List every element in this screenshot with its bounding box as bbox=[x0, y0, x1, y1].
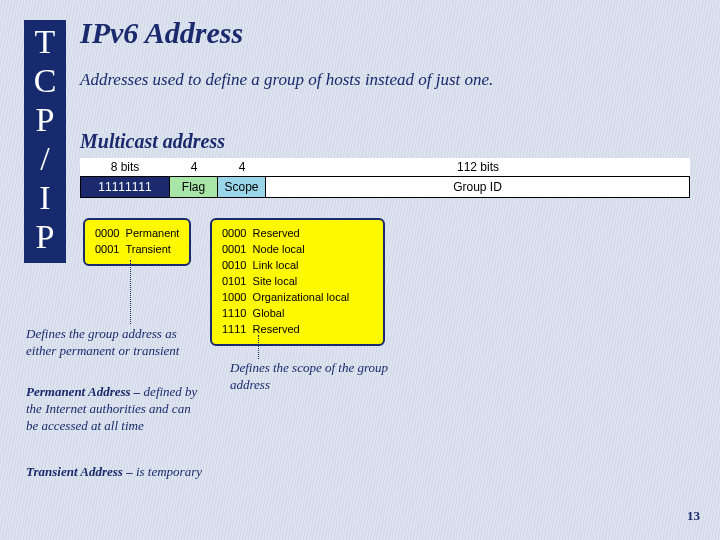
intro-text: Addresses used to define a group of host… bbox=[80, 70, 493, 90]
diagram-bit-labels: 8 bits 4 4 112 bits bbox=[80, 158, 690, 176]
sidebar-letter: / bbox=[24, 139, 66, 178]
note-permanent: Permanent Address – defined by the Inter… bbox=[26, 384, 206, 435]
note-group-definition: Defines the group address as either perm… bbox=[26, 326, 201, 360]
callout-row: 1000 Organizational local bbox=[222, 290, 373, 306]
note-permanent-label: Permanent Address – bbox=[26, 384, 140, 399]
bits-label: 112 bits bbox=[266, 158, 690, 176]
diagram-fields: 11111111 Flag Scope Group ID bbox=[80, 176, 690, 198]
callout-row: 0001 Transient bbox=[95, 242, 179, 258]
callout-row: 0001 Node local bbox=[222, 242, 373, 258]
sidebar-letter: P bbox=[24, 100, 66, 139]
note-transient-text: is temporary bbox=[133, 464, 202, 479]
sidebar-letter: P bbox=[24, 217, 66, 256]
section-heading: Multicast address bbox=[80, 130, 225, 153]
page-number: 13 bbox=[687, 508, 700, 524]
connector-line bbox=[258, 335, 259, 359]
callout-row: 0000 Permanent bbox=[95, 226, 179, 242]
field-flag: Flag bbox=[170, 177, 218, 197]
callout-row: 0010 Link local bbox=[222, 258, 373, 274]
note-transient: Transient Address – is temporary Dr. Cli… bbox=[26, 464, 216, 481]
bits-label: 8 bits bbox=[80, 158, 170, 176]
note-transient-label: Transient Address – bbox=[26, 464, 133, 479]
sidebar-acronym: T C P / I P bbox=[24, 20, 66, 263]
callout-row: 1110 Global bbox=[222, 306, 373, 322]
callout-row: 0000 Reserved bbox=[222, 226, 373, 242]
callout-scope-values: 0000 Reserved 0001 Node local 0010 Link … bbox=[210, 218, 385, 346]
sidebar-letter: T bbox=[24, 22, 66, 61]
address-diagram: 8 bits 4 4 112 bits 11111111 Flag Scope … bbox=[80, 158, 690, 198]
callout-row: 0101 Site local bbox=[222, 274, 373, 290]
slide-title: IPv6 Address bbox=[80, 16, 243, 50]
connector-line bbox=[130, 260, 131, 324]
note-scope-definition: Defines the scope of the group address bbox=[230, 360, 420, 394]
field-groupid: Group ID bbox=[266, 177, 690, 197]
callout-row: 1111 Reserved bbox=[222, 322, 373, 338]
field-prefix: 11111111 bbox=[80, 177, 170, 197]
sidebar-letter: I bbox=[24, 178, 66, 217]
bits-label: 4 bbox=[170, 158, 218, 176]
bits-label: 4 bbox=[218, 158, 266, 176]
field-scope: Scope bbox=[218, 177, 266, 197]
sidebar-letter: C bbox=[24, 61, 66, 100]
callout-flag-values: 0000 Permanent 0001 Transient bbox=[83, 218, 191, 266]
